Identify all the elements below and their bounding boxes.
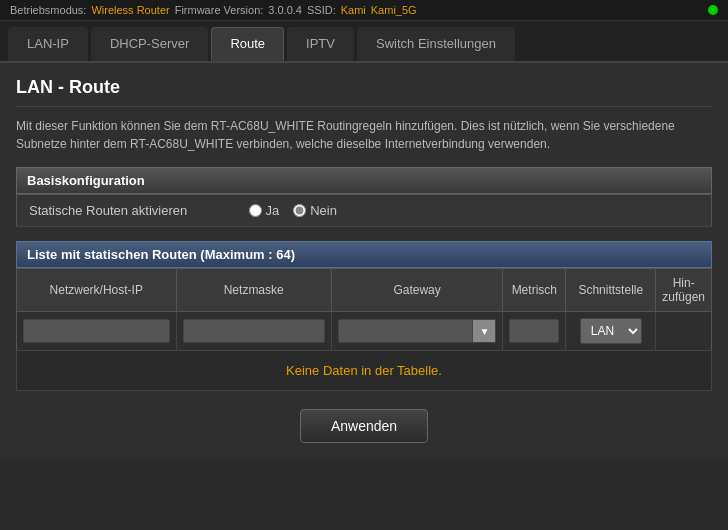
mode-link[interactable]: Wireless Router: [91, 4, 169, 16]
top-bar-info: Betriebsmodus: Wireless Router Firmware …: [10, 4, 417, 16]
netmask-cell: [176, 312, 331, 351]
basic-config-header: Basiskonfiguration: [16, 167, 712, 194]
gateway-wrap: ▼: [338, 319, 496, 343]
interface-cell: LAN WAN: [566, 312, 656, 351]
routes-input-row: ▼ LAN WAN: [17, 312, 712, 351]
page-description: Mit dieser Funktion können Sie dem RT-AC…: [16, 117, 712, 153]
col-netmask: Netzmaske: [176, 269, 331, 312]
col-network: Netzwerk/Host-IP: [17, 269, 177, 312]
network-cell: [17, 312, 177, 351]
static-routes-options: Ja Nein: [237, 195, 712, 227]
add-cell: [656, 312, 712, 351]
apply-button[interactable]: Anwenden: [300, 409, 428, 443]
metric-cell: [503, 312, 566, 351]
main-content: LAN - Route Mit dieser Funktion können S…: [0, 63, 728, 457]
routes-table: Netzwerk/Host-IP Netzmaske Gateway Metri…: [16, 268, 712, 351]
ssid1-link[interactable]: Kami: [341, 4, 366, 16]
ssid-label: SSID:: [307, 4, 336, 16]
radio-yes-label[interactable]: Ja: [249, 203, 280, 218]
radio-no-text: Nein: [310, 203, 337, 218]
tab-lan-ip[interactable]: LAN-IP: [8, 27, 88, 61]
col-interface: Schnittstelle: [566, 269, 656, 312]
radio-no[interactable]: [293, 204, 306, 217]
basic-config-table: Statische Routen aktivieren Ja Nein: [16, 194, 712, 227]
interface-select[interactable]: LAN WAN: [580, 318, 642, 344]
col-add: Hin- zufügen: [656, 269, 712, 312]
tab-dhcp-server[interactable]: DHCP-Server: [91, 27, 208, 61]
gateway-cell: ▼: [331, 312, 502, 351]
netmask-input[interactable]: [183, 319, 325, 343]
page-title: LAN - Route: [16, 77, 712, 107]
ssid2-link[interactable]: Kami_5G: [371, 4, 417, 16]
col-gateway: Gateway: [331, 269, 502, 312]
status-dot: [708, 5, 718, 15]
tab-route[interactable]: Route: [211, 27, 284, 61]
radio-no-label[interactable]: Nein: [293, 203, 337, 218]
static-routes-row: Statische Routen aktivieren Ja Nein: [17, 195, 712, 227]
no-data-message: Keine Daten in der Tabelle.: [16, 351, 712, 391]
network-input[interactable]: [23, 319, 170, 343]
routes-list-header: Liste mit statischen Routen (Maximum : 6…: [16, 241, 712, 268]
gateway-input[interactable]: [338, 319, 474, 343]
firmware-label: Firmware Version:: [175, 4, 264, 16]
gateway-dropdown-arrow[interactable]: ▼: [473, 319, 496, 343]
tab-bar: LAN-IP DHCP-Server Route IPTV Switch Ein…: [0, 21, 728, 63]
col-metric: Metrisch: [503, 269, 566, 312]
metric-input[interactable]: [509, 319, 559, 343]
firmware-version: 3.0.0.4: [268, 4, 302, 16]
tab-iptv[interactable]: IPTV: [287, 27, 354, 61]
tab-switch[interactable]: Switch Einstellungen: [357, 27, 515, 61]
radio-group: Ja Nein: [249, 203, 700, 218]
top-bar: Betriebsmodus: Wireless Router Firmware …: [0, 0, 728, 21]
routes-table-header-row: Netzwerk/Host-IP Netzmaske Gateway Metri…: [17, 269, 712, 312]
radio-yes-text: Ja: [266, 203, 280, 218]
mode-label: Betriebsmodus:: [10, 4, 86, 16]
static-routes-label: Statische Routen aktivieren: [17, 195, 237, 227]
radio-yes[interactable]: [249, 204, 262, 217]
